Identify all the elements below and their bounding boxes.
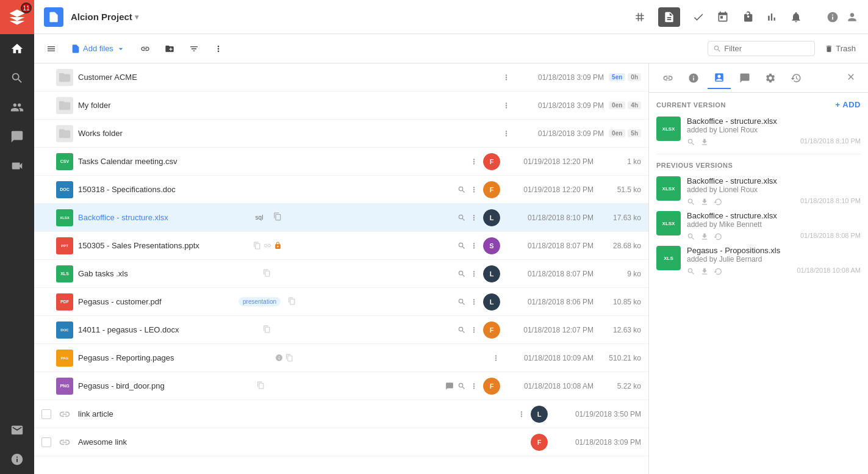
sidebar-item-chat[interactable]	[0, 122, 34, 151]
panel-body: CURRENT VERSION + Add XLSX Backoffice - …	[649, 93, 868, 474]
more-icon[interactable]	[470, 270, 478, 278]
restore-version-icon[interactable]	[714, 198, 722, 206]
more-icon[interactable]	[492, 354, 500, 362]
user-icon-top[interactable]	[846, 11, 858, 23]
info-icon-pages[interactable]	[275, 354, 283, 362]
project-title[interactable]: Alcion Project ▾	[71, 12, 138, 22]
tab-link[interactable]	[656, 68, 680, 88]
panel-close-button[interactable]	[841, 67, 861, 88]
file-avatar: S	[483, 237, 500, 254]
file-row[interactable]: link article L 01/19/2018 3:50 PM	[34, 400, 648, 428]
search-version-icon[interactable]	[687, 267, 695, 276]
copy-icon-docx2[interactable]	[263, 325, 271, 335]
copy-icon[interactable]	[273, 212, 282, 223]
filter-search-box[interactable]	[708, 41, 815, 56]
tab-comments[interactable]	[733, 68, 756, 88]
filter-input[interactable]	[724, 44, 809, 53]
file-avatar: L	[483, 293, 500, 311]
sidebar-item-info[interactable]	[0, 445, 34, 474]
file-row[interactable]: XLS Gab tasks .xls L 01/18/2018 8:07 PM …	[34, 260, 648, 288]
tab-history[interactable]	[784, 68, 808, 88]
file-row[interactable]: PNG Pegasus - bird_door.png F 01/18/2018…	[34, 372, 648, 400]
search-icon[interactable]	[457, 298, 466, 306]
hashtag-icon[interactable]	[634, 11, 646, 23]
more-options-button[interactable]	[209, 41, 228, 56]
search-icon[interactable]	[457, 214, 466, 222]
file-row[interactable]: CSV Tasks Calendar meeting.csv F 01/19/2…	[34, 148, 648, 176]
restore-version-icon[interactable]	[714, 267, 722, 276]
link-icon-pptx[interactable]	[264, 242, 271, 250]
search-icon[interactable]	[457, 242, 466, 250]
file-row[interactable]: My folder 01/18/2018 3:09 PM 0en 4h	[34, 92, 648, 120]
copy-icon-png[interactable]	[257, 381, 265, 391]
download-version-icon[interactable]	[700, 232, 709, 241]
copy-icon-pdf[interactable]	[288, 297, 296, 307]
list-view-button[interactable]	[41, 41, 61, 56]
file-size: 12.63 ko	[598, 326, 641, 334]
file-row[interactable]: Customer ACME 01/18/2018 3:09 PM 5en 0h	[34, 63, 648, 92]
sidebar-item-contacts[interactable]	[0, 93, 34, 122]
info-icon-top[interactable]	[827, 11, 839, 23]
more-icon[interactable]	[470, 214, 478, 222]
more-icon[interactable]	[470, 185, 478, 194]
file-row-actions	[502, 101, 511, 110]
download-version-icon[interactable]	[700, 138, 709, 146]
file-row[interactable]: DOC 14011 - pegasus - LEO.docx F 01/18/2…	[34, 316, 648, 344]
file-checkbox[interactable]	[41, 409, 51, 419]
search-icon[interactable]	[457, 185, 466, 194]
download-version-icon[interactable]	[700, 198, 709, 206]
more-icon[interactable]	[470, 157, 478, 166]
restore-version-icon[interactable]	[714, 232, 722, 241]
more-icon[interactable]	[517, 410, 526, 418]
chat-icon-png[interactable]	[445, 382, 454, 390]
search-version-icon[interactable]	[687, 198, 695, 206]
file-row[interactable]: PAG Pegasus - Reporting.pages 01/18/2018…	[34, 344, 648, 372]
more-icon[interactable]	[470, 382, 478, 390]
app-logo[interactable]: 11	[0, 0, 34, 34]
more-icon[interactable]	[502, 73, 511, 82]
add-files-button[interactable]: Add files	[66, 41, 131, 56]
file-row[interactable]: Awesome link F 01/18/2018 3:09 PM	[34, 428, 648, 456]
more-icon[interactable]	[470, 298, 478, 306]
file-row-selected[interactable]: XLSX Backoffice - structure.xlsx sql L 0…	[34, 204, 648, 232]
file-avatar: F	[531, 434, 548, 451]
sidebar-item-search[interactable]	[0, 63, 34, 93]
chart-icon[interactable]	[766, 11, 778, 23]
more-icon[interactable]	[470, 242, 478, 250]
filter-button[interactable]	[184, 41, 204, 56]
add-version-button[interactable]: + Add	[836, 100, 861, 109]
tab-info[interactable]	[682, 68, 705, 88]
sidebar-item-home[interactable]	[0, 34, 34, 63]
file-row[interactable]: PDF Pegasus - customer.pdf presentation …	[34, 288, 648, 316]
file-row[interactable]: Works folder 01/18/2018 3:09 PM 0en 5h	[34, 120, 648, 148]
calendar-icon[interactable]	[717, 11, 729, 23]
lock-icon-pptx[interactable]	[274, 242, 282, 250]
copy-icon-pptx[interactable]	[253, 242, 261, 250]
tab-versions[interactable]	[708, 67, 731, 89]
search-icon[interactable]	[457, 382, 466, 390]
file-row[interactable]: PPT 150305 - Sales Presentations.pptx S …	[34, 232, 648, 260]
new-folder-button[interactable]	[160, 41, 179, 56]
sidebar-item-video[interactable]	[0, 151, 34, 181]
search-version-icon[interactable]	[687, 138, 695, 146]
tab-settings[interactable]	[759, 68, 782, 88]
briefcase-icon[interactable]	[741, 11, 753, 23]
download-version-icon[interactable]	[700, 267, 709, 276]
version-info: Pegasus - Propositions.xls added by Juli…	[687, 246, 861, 276]
file-icon[interactable]	[658, 7, 680, 27]
check-icon[interactable]	[692, 11, 705, 23]
more-icon[interactable]	[502, 101, 511, 110]
file-checkbox[interactable]	[41, 437, 51, 447]
sidebar-item-mail[interactable]	[0, 415, 34, 445]
file-row[interactable]: DOC 150318 - Specifications.doc F 01/19/…	[34, 176, 648, 204]
search-icon[interactable]	[457, 270, 466, 278]
search-version-icon[interactable]	[687, 232, 695, 241]
more-icon[interactable]	[502, 129, 511, 138]
search-icon[interactable]	[457, 326, 466, 334]
link-button[interactable]	[135, 41, 155, 56]
trash-button[interactable]: Trash	[820, 41, 861, 56]
bell-icon[interactable]	[790, 11, 802, 23]
more-icon[interactable]	[470, 326, 478, 334]
copy-icon-xls[interactable]	[263, 269, 271, 279]
copy-icon-pages[interactable]	[285, 354, 293, 362]
